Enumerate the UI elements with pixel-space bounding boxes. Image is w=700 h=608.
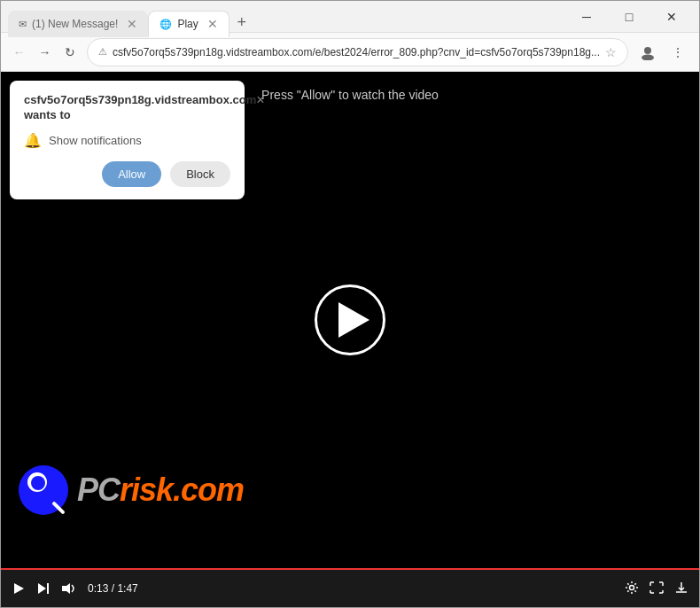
- tab-play-label: Play: [177, 18, 198, 30]
- svg-marker-2: [14, 583, 24, 594]
- tab-bar: ✉ (1) New Message! ✕ 🌐 Play ✕ +: [8, 1, 566, 32]
- bookmark-icon[interactable]: ☆: [605, 45, 617, 59]
- popup-title: csfv5o7orq5s739pn18g.vidstreambox.com wa…: [24, 93, 256, 123]
- svg-marker-5: [62, 583, 70, 594]
- video-next-button[interactable]: [36, 581, 51, 596]
- pcrisk-text: PCrisk.com: [77, 472, 244, 509]
- download-icon[interactable]: [674, 581, 688, 597]
- email-tab-icon: ✉: [19, 19, 27, 30]
- popup-notification-label: Show notifications: [49, 134, 142, 147]
- video-time: 0:13 / 1:47: [88, 582, 138, 595]
- tab-email[interactable]: ✉ (1) New Message! ✕: [8, 11, 148, 37]
- svg-marker-3: [38, 583, 46, 594]
- tab-email-label: (1) New Message!: [32, 18, 118, 30]
- profile-icon[interactable]: [635, 40, 660, 65]
- press-allow-text: Press "Allow" to watch the video: [261, 88, 439, 102]
- tab-play-close[interactable]: ✕: [207, 17, 218, 31]
- popup-header: csfv5o7orq5s739pn18g.vidstreambox.com wa…: [24, 93, 230, 123]
- forward-button[interactable]: →: [35, 40, 54, 65]
- toolbar-icons: ⋮: [635, 40, 690, 65]
- back-button[interactable]: ←: [10, 40, 28, 65]
- browser-content: csfv5o7orq5s739pn18g.vidstreambox.com wa…: [1, 72, 699, 607]
- allow-button[interactable]: Allow: [102, 161, 161, 187]
- settings-icon[interactable]: [625, 581, 639, 597]
- maximize-button[interactable]: □: [609, 4, 649, 30]
- video-play-pause-button[interactable]: [12, 581, 26, 596]
- url-bar[interactable]: ⚠ csfv5o7orq5s739pn18g.vidstreambox.com/…: [87, 38, 628, 66]
- new-tab-button[interactable]: +: [229, 10, 254, 35]
- titlebar: ✉ (1) New Message! ✕ 🌐 Play ✕ + ─ □ ✕: [1, 1, 699, 33]
- svg-point-1: [642, 54, 654, 60]
- svg-point-6: [630, 585, 634, 589]
- block-button[interactable]: Block: [170, 161, 230, 187]
- menu-icon[interactable]: ⋮: [665, 40, 690, 65]
- pcrisk-ball-icon: [19, 465, 68, 515]
- play-triangle-icon: [338, 302, 369, 338]
- tab-email-close[interactable]: ✕: [127, 17, 137, 31]
- security-icon: ⚠: [98, 46, 107, 58]
- bell-icon: 🔔: [24, 132, 42, 149]
- popup-buttons: Allow Block: [24, 161, 230, 187]
- minimize-button[interactable]: ─: [566, 4, 607, 30]
- svg-point-0: [644, 47, 651, 54]
- address-bar: ← → ↻ ⚠ csfv5o7orq5s739pn18g.vidstreambo…: [1, 33, 699, 72]
- video-controls: 0:13 / 1:47: [1, 568, 699, 607]
- play-tab-icon: 🌐: [159, 19, 172, 30]
- close-button[interactable]: ✕: [651, 4, 692, 30]
- fullscreen-icon[interactable]: [649, 581, 664, 596]
- menu-dots: ⋮: [672, 45, 684, 59]
- window-controls: ─ □ ✕: [566, 4, 692, 30]
- notification-popup: csfv5o7orq5s739pn18g.vidstreambox.com wa…: [10, 81, 245, 199]
- popup-close-button[interactable]: ×: [256, 93, 264, 107]
- tab-play[interactable]: 🌐 Play ✕: [148, 11, 229, 37]
- svg-rect-4: [47, 583, 49, 594]
- refresh-button[interactable]: ↻: [61, 40, 80, 65]
- play-button[interactable]: [315, 285, 385, 355]
- browser-window: ✉ (1) New Message! ✕ 🌐 Play ✕ + ─ □ ✕ ← …: [0, 0, 700, 608]
- volume-icon[interactable]: [61, 582, 77, 595]
- magnifier-icon: [51, 501, 66, 515]
- popup-notification-row: 🔔 Show notifications: [24, 132, 230, 149]
- url-text: csfv5o7orq5s739pn18g.vidstreambox.com/e/…: [113, 46, 600, 58]
- pcrisk-logo: PCrisk.com: [19, 465, 244, 515]
